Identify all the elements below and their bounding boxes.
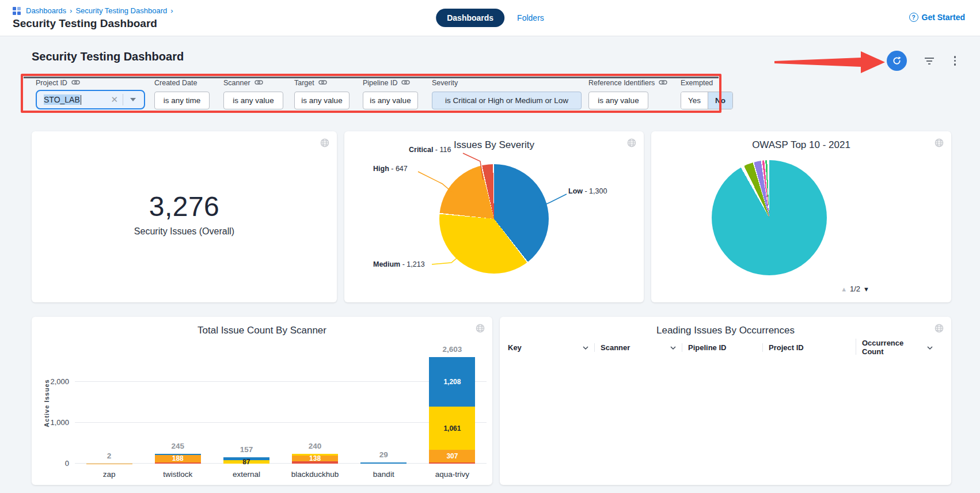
blue-segment bbox=[360, 462, 407, 464]
table-column-project-id: Project ID bbox=[762, 343, 856, 352]
breadcrumb-separator: › bbox=[170, 6, 173, 15]
filter-pipeline-id: Pipeline IDis any value bbox=[363, 78, 418, 109]
orange-segment: 138 bbox=[292, 456, 338, 461]
bar-twistlock[interactable]: 188245twistlock bbox=[155, 454, 201, 464]
y-tick-label: 2,000 bbox=[39, 377, 69, 386]
bar-aqua-trivy[interactable]: 3071,0611,2082,603aqua-trivy bbox=[429, 357, 475, 464]
bar-total-label: 29 bbox=[349, 450, 418, 459]
gridline bbox=[75, 422, 487, 423]
kebab-menu-button[interactable] bbox=[952, 54, 959, 68]
filter-severity: Severityis Critical or High or Medium or… bbox=[432, 78, 582, 109]
page-title: Security Testing Dashboard bbox=[13, 17, 157, 30]
filter-label-project-id: Project ID bbox=[36, 78, 145, 88]
table-column-key[interactable]: Key bbox=[507, 343, 594, 352]
segment-value-label: 138 bbox=[309, 455, 321, 462]
filter-value-reference-identifiers[interactable]: is any value bbox=[588, 92, 648, 109]
get-started-link[interactable]: ? Get Started bbox=[909, 13, 965, 22]
link-icon-wrap bbox=[659, 79, 667, 88]
combo-divider bbox=[123, 94, 123, 105]
bar-blackduckhub[interactable]: 138240blackduckhub bbox=[292, 454, 338, 464]
filter-value-target[interactable]: is any value bbox=[294, 92, 350, 109]
clear-icon[interactable]: ✕ bbox=[106, 94, 123, 105]
breadcrumb-separator: › bbox=[70, 6, 72, 15]
table-header-row: KeyScannerPipeline IDProject IDOccurrenc… bbox=[507, 340, 944, 355]
column-label: Scanner bbox=[601, 343, 630, 352]
kebab-icon bbox=[954, 56, 956, 66]
filter-panel-button[interactable] bbox=[922, 55, 937, 67]
page-up-icon[interactable]: ▲ bbox=[841, 286, 847, 293]
chevron-down-icon[interactable] bbox=[670, 343, 676, 352]
page-down-icon[interactable]: ▼ bbox=[863, 286, 869, 293]
breadcrumb-dashboards[interactable]: Dashboards bbox=[26, 6, 66, 15]
filter-exempted: ExemptedYesNo bbox=[681, 78, 733, 109]
owasp-pagination: ▲ 1/2 ▼ bbox=[841, 285, 869, 293]
owasp-pie-chart[interactable] bbox=[712, 160, 827, 275]
red-segment bbox=[429, 462, 475, 464]
tab-folders[interactable]: Folders bbox=[517, 13, 544, 22]
gridline bbox=[75, 463, 487, 464]
toggle-option-yes[interactable]: Yes bbox=[681, 92, 708, 109]
dashboards-grid-icon bbox=[13, 7, 21, 15]
table-column-scanner[interactable]: Scanner bbox=[594, 343, 682, 352]
filter-label-text: Created Date bbox=[154, 79, 197, 87]
filter-reference-identifiers: Reference Identifiersis any value bbox=[588, 78, 667, 109]
yellow-segment: 87 bbox=[223, 460, 269, 464]
column-label: Key bbox=[508, 343, 522, 352]
filter-label-reference-identifiers: Reference Identifiers bbox=[588, 78, 667, 88]
x-axis-label-bandit: bandit bbox=[349, 470, 418, 479]
filter-label-pipeline-id: Pipeline ID bbox=[363, 78, 418, 88]
refresh-button[interactable] bbox=[887, 51, 907, 71]
card-issues-by-severity: Issues By Severity Critical - 116High - … bbox=[344, 131, 644, 302]
filter-label-text: Scanner bbox=[223, 79, 250, 87]
bar-total-label: 245 bbox=[143, 442, 212, 450]
chevron-down-icon[interactable] bbox=[927, 343, 933, 352]
card-total-issue-count-by-scanner: Total Issue Count By Scanner Active Issu… bbox=[32, 317, 492, 485]
filter-target: Targetis any value bbox=[294, 78, 350, 109]
dashboard-section-title: Security Testing Dashboard bbox=[32, 50, 184, 63]
filter-value-severity[interactable]: is Critical or High or Medium or Low bbox=[432, 92, 582, 109]
filter-label-created-date: Created Date bbox=[154, 78, 210, 88]
tab-dashboards[interactable]: Dashboards bbox=[436, 9, 504, 27]
table-column-occurrence-count[interactable]: Occurrence Count bbox=[856, 339, 939, 356]
severity-pie-chart[interactable] bbox=[439, 164, 549, 274]
bar-total-label: 240 bbox=[280, 442, 350, 450]
link-icon-wrap bbox=[401, 79, 410, 88]
table-body-empty bbox=[507, 355, 944, 479]
bar-total-label: 2,603 bbox=[417, 345, 487, 354]
filter-label-text: Pipeline ID bbox=[363, 79, 397, 87]
bar-bandit[interactable]: 29bandit bbox=[360, 462, 407, 464]
filter-value-scanner[interactable]: is any value bbox=[223, 92, 283, 109]
refresh-icon bbox=[892, 56, 902, 66]
filter-value-pipeline-id[interactable]: is any value bbox=[363, 92, 418, 109]
link-icon bbox=[401, 79, 410, 86]
orange-segment: 307 bbox=[429, 450, 475, 462]
pie-label-high: High - 647 bbox=[373, 165, 408, 173]
filter-input-project-id[interactable]: STO_LAB✕ bbox=[36, 90, 145, 109]
header-tabs: Dashboards Folders bbox=[436, 9, 544, 27]
globe-icon bbox=[935, 138, 944, 150]
overall-issue-label: Security Issues (Overall) bbox=[32, 226, 337, 237]
segment-value-label: 87 bbox=[242, 458, 250, 465]
filter-value-created-date[interactable]: is any time bbox=[154, 92, 210, 109]
column-label: Project ID bbox=[769, 343, 804, 352]
globe-icon bbox=[476, 324, 485, 335]
help-icon: ? bbox=[909, 13, 918, 22]
breadcrumb-current-dashboard[interactable]: Security Testing Dashboard bbox=[75, 6, 167, 15]
x-axis-label-zap: zap bbox=[75, 470, 144, 479]
owasp-chart-title: OWASP Top 10 - 2021 bbox=[651, 139, 951, 151]
filter-label-text: Reference Identifiers bbox=[588, 79, 655, 87]
chevron-down-icon[interactable] bbox=[583, 343, 588, 352]
link-icon-wrap bbox=[318, 79, 327, 88]
filter-label-severity: Severity bbox=[432, 78, 582, 88]
card-leading-issues-by-occurrences: Leading Issues By Occurrences KeyScanner… bbox=[500, 317, 951, 485]
orange-segment: 188 bbox=[155, 455, 201, 462]
filter-project-id: Project IDSTO_LAB✕ bbox=[36, 78, 145, 109]
bar-external[interactable]: 87157external bbox=[223, 457, 269, 464]
page-indicator: 1/2 bbox=[850, 285, 860, 293]
x-axis-label-blackduckhub: blackduckhub bbox=[280, 470, 350, 479]
filter-icon bbox=[924, 57, 935, 65]
toggle-option-no[interactable]: No bbox=[708, 92, 732, 109]
chevron-down-icon[interactable] bbox=[130, 98, 136, 101]
link-icon bbox=[659, 79, 667, 86]
top-header: Dashboards › Security Testing Dashboard … bbox=[0, 0, 980, 36]
